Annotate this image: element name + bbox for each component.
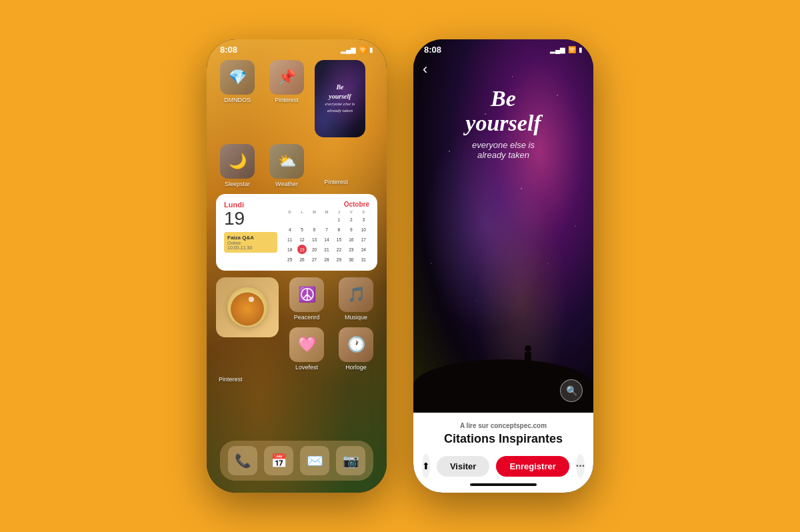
app-col-right: ☮️ Peacenrd 🎵 Musique 🩷 Lovefest 🕐 xyxy=(285,277,377,371)
app-musique[interactable]: 🎵 Musique xyxy=(335,277,377,321)
quote-small: everyone else isalready taken xyxy=(433,140,573,160)
more-button[interactable]: ··· xyxy=(576,454,585,478)
app-weather[interactable]: ⛅ Weather xyxy=(265,144,308,187)
dock-camera[interactable]: 📷 xyxy=(336,446,365,475)
quote-line1: Beyourself xyxy=(319,83,361,101)
quote-big: Beyourself xyxy=(433,86,573,136)
calendar-grid: D L M M J V S 1 2 3 4 5 xyxy=(284,210,369,264)
share-button[interactable]: ⬆ xyxy=(422,454,430,478)
pinterest2-label: Pinterest xyxy=(324,179,348,185)
weather-icon: ⛅ xyxy=(269,144,304,179)
phone1-status-icons: ▂▄▆ 🛜 ▮ xyxy=(341,46,373,53)
pinterest3-label: Pinterest xyxy=(219,376,243,383)
dock-phone[interactable]: 📞 xyxy=(228,446,257,475)
action-row: ⬆ Visiter Enregistrer ··· xyxy=(424,454,583,478)
calendar-left: Lundi 19 Faiza Q&A Online 10:00-11:30 xyxy=(224,201,277,264)
mixed-row: ☮️ Peacenrd 🎵 Musique 🩷 Lovefest 🕐 xyxy=(216,277,377,371)
galaxy-quote: Beyourself everyone else isalready taken xyxy=(413,86,593,160)
dock: 📞 📅 ✉️ 📷 xyxy=(220,441,373,481)
photo-widget[interactable] xyxy=(216,277,279,337)
source-prefix: A lire sur xyxy=(460,422,491,429)
phone2-status-icons: ▂▄▆ 🛜 ▮ xyxy=(550,46,583,53)
phone2: 8:08 ▂▄▆ 🛜 ▮ ‹ Beyourself everyone else … xyxy=(413,39,593,493)
quote-widget: Beyourself everyone else is already take… xyxy=(315,60,365,137)
phone2-statusbar: 8:08 ▂▄▆ 🛜 ▮ xyxy=(413,39,593,57)
app-pinterest-widget[interactable]: Pinterest xyxy=(315,144,357,187)
calendar-widget: Lundi 19 Faiza Q&A Online 10:00-11:30 Oc… xyxy=(216,194,377,271)
peacenrd-label: Peacenrd xyxy=(294,314,320,321)
app-peacenrd[interactable]: ☮️ Peacenrd xyxy=(285,277,328,321)
person-figure xyxy=(523,345,533,369)
horloge-label: Horloge xyxy=(345,364,367,371)
phone2-signal-icon: ▂▄▆ xyxy=(550,46,565,53)
phone2-bottom-panel: A lire sur conceptspec.com Citations Ins… xyxy=(413,413,593,493)
musique-icon: 🎵 xyxy=(339,277,373,312)
dmndos-label: DMNDOS xyxy=(224,97,251,103)
phone2-battery-icon: ▮ xyxy=(579,46,583,53)
soup-image xyxy=(221,281,274,334)
pin-title: Citations Inspirantes xyxy=(424,432,583,446)
quote-line2: everyone else is already taken xyxy=(325,101,355,113)
weather-label: Weather xyxy=(275,181,298,187)
app-horloge[interactable]: 🕐 Horloge xyxy=(335,327,377,371)
pinterest1-icon: 📌 xyxy=(269,60,304,95)
battery-icon: ▮ xyxy=(369,46,373,53)
calendar-event: Faiza Q&A Online 10:00-11:30 xyxy=(224,232,277,253)
calendar-right: Octobre D L M M J V S 1 2 3 xyxy=(284,201,369,264)
back-button[interactable]: ‹ xyxy=(423,61,427,78)
pinterest-photo-label: Pinterest xyxy=(216,372,377,384)
sleepstar-icon: 🌙 xyxy=(220,144,255,179)
phone1-time: 8:08 xyxy=(220,45,237,55)
calendar-date: 19 xyxy=(224,209,277,229)
event-title: Faiza Q&A xyxy=(227,235,274,241)
lovefest-label: Lovefest xyxy=(295,364,318,371)
pinterest1-label: Pinterest xyxy=(275,97,299,103)
event-sub1: Online xyxy=(227,241,274,245)
app-pinterest-1[interactable]: 📌 Pinterest xyxy=(265,60,308,137)
pinterest-widget-placeholder xyxy=(319,144,353,179)
app-row-2: 🌙 Sleepstar ⛅ Weather Pinterest xyxy=(216,144,377,187)
event-sub2: 10:00-11:30 xyxy=(227,245,274,250)
visiter-button[interactable]: Visiter xyxy=(437,456,490,477)
phone1-statusbar: 8:08 ▂▄▆ 🛜 ▮ xyxy=(207,39,387,57)
lovefest-icon: 🩷 xyxy=(289,327,324,362)
wifi-icon: 🛜 xyxy=(359,46,367,53)
phone2-time: 8:08 xyxy=(424,45,441,55)
app-row-4: 🩷 Lovefest 🕐 Horloge xyxy=(285,327,377,371)
app-lovefest[interactable]: 🩷 Lovefest xyxy=(285,327,328,371)
app-row-3: ☮️ Peacenrd 🎵 Musique xyxy=(285,277,377,321)
horloge-icon: 🕐 xyxy=(339,327,373,362)
app-dmndos[interactable]: 💎 DMNDOS xyxy=(216,60,259,137)
calendar-month: Octobre xyxy=(284,201,369,208)
home-indicator xyxy=(470,483,537,486)
dmndos-icon: 💎 xyxy=(220,60,255,95)
signal-icon: ▂▄▆ xyxy=(341,46,356,53)
phone2-wifi-icon: 🛜 xyxy=(568,46,576,53)
source-site: conceptspec.com xyxy=(491,422,547,429)
enregistrer-button[interactable]: Enregistrer xyxy=(496,456,569,477)
app-row-1: 💎 DMNDOS 📌 Pinterest Beyourself everyone… xyxy=(216,60,377,137)
dock-calendar[interactable]: 📅 xyxy=(264,446,293,475)
sleepstar-label: Sleepstar xyxy=(225,181,250,187)
source-text: A lire sur conceptspec.com xyxy=(424,422,583,429)
dock-mail[interactable]: ✉️ xyxy=(300,446,329,475)
phone2-image-area: 8:08 ▂▄▆ 🛜 ▮ ‹ Beyourself everyone else … xyxy=(413,39,593,413)
lens-search-icon[interactable]: 🔍 xyxy=(560,379,583,402)
peacenrd-icon: ☮️ xyxy=(289,277,324,312)
musique-label: Musique xyxy=(345,314,367,321)
back-chevron-icon: ‹ xyxy=(423,61,427,77)
app-sleepstar[interactable]: 🌙 Sleepstar xyxy=(216,144,259,187)
phone1: 8:08 ▂▄▆ 🛜 ▮ 💎 DMNDOS 📌 Pinterest Beyour… xyxy=(207,39,387,493)
